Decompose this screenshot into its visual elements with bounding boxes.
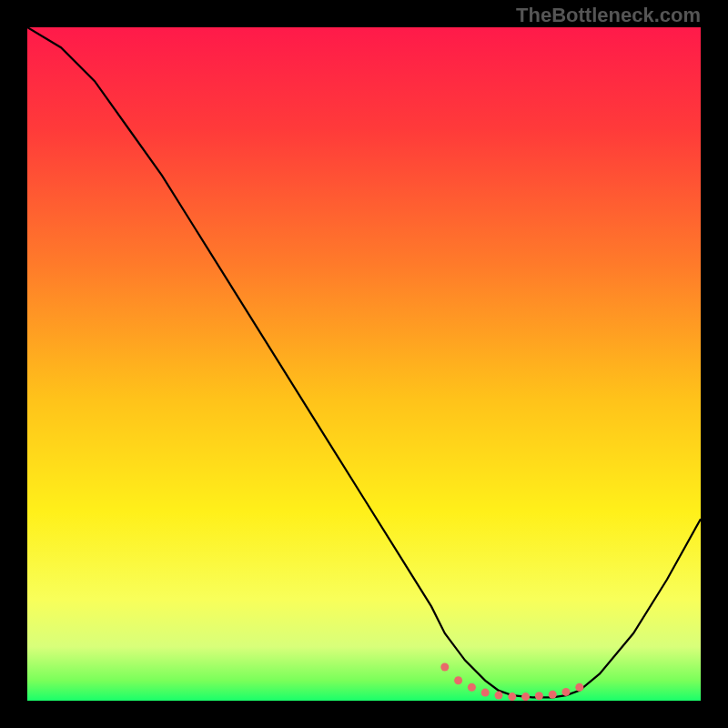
marker-dot — [562, 688, 571, 696]
marker-dot — [468, 683, 476, 692]
watermark-text: TheBottleneck.com — [516, 4, 701, 27]
bottleneck-curve — [27, 27, 701, 697]
marker-dot — [575, 683, 583, 692]
marker-dot — [440, 663, 449, 672]
plot-area — [27, 27, 701, 701]
curve-layer — [27, 27, 701, 701]
marker-dot — [508, 693, 516, 701]
marker-dot — [481, 689, 490, 697]
marker-dot — [549, 691, 557, 699]
marker-dot — [521, 693, 530, 701]
marker-dot — [535, 692, 543, 700]
marker-dot — [495, 692, 503, 700]
marker-dot — [454, 676, 462, 684]
